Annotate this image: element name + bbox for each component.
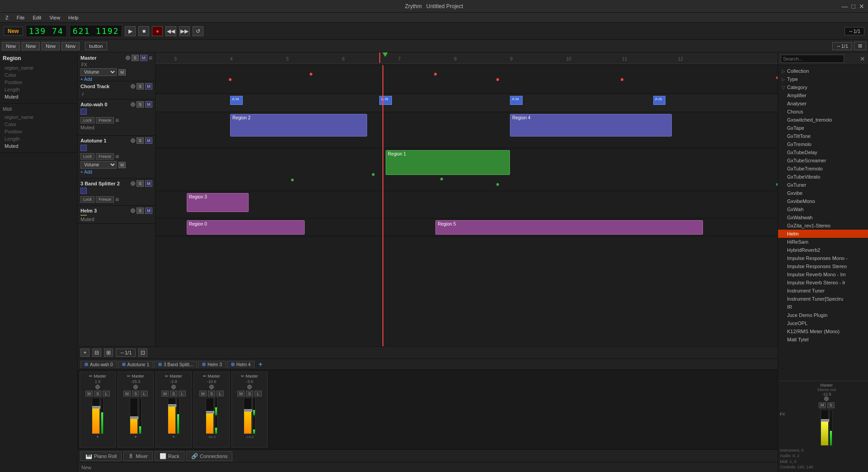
splitter-menu-icon[interactable]: ≡ (115, 196, 119, 203)
tree-item-juceopl[interactable]: JuceOPL (778, 319, 868, 327)
autotune-add-btn[interactable]: + Add (80, 170, 152, 175)
helm3-record-dot[interactable] (131, 208, 135, 213)
view-btn-3[interactable]: ⊡ (138, 349, 147, 357)
tree-item-k12rms[interactable]: K12/RMS Meter (Mono) (778, 327, 868, 335)
autowah-solo-btn[interactable]: S (137, 101, 144, 108)
ch1-fader-track[interactable] (92, 398, 100, 434)
new-btn-1[interactable]: New (2, 42, 20, 50)
master-fader-track[interactable] (821, 410, 829, 446)
ch5-s[interactable]: S (246, 391, 253, 396)
autowah-freeze-btn[interactable]: Freeze (96, 117, 114, 123)
stop-button[interactable]: ■ (138, 26, 149, 36)
autowah-mute-btn[interactable]: M (145, 101, 152, 108)
ch3-knob[interactable] (171, 385, 176, 389)
tree-item-hiresam[interactable]: HiReSam (778, 238, 868, 246)
autotune-freeze-btn[interactable]: Freeze (96, 153, 114, 160)
tree-item-instrument-tuner-s[interactable]: Instrument Tuner[Spectru (778, 295, 868, 303)
splitter-freeze-btn[interactable]: Freeze (96, 196, 114, 203)
snap-value[interactable]: ↔1/1 (832, 42, 852, 50)
plugin-search-input[interactable] (781, 55, 844, 63)
mixer-tab-helm4[interactable]: Helm 4 (227, 361, 255, 368)
ch2-m[interactable]: M (123, 391, 131, 396)
master-volume-select[interactable]: Volume (80, 68, 117, 76)
ch4-knob[interactable] (209, 385, 214, 389)
tree-item-gxtremolo[interactable]: GxTremolo (778, 140, 868, 148)
tree-item-gxswitched[interactable]: Gxswitched_tremolo (778, 116, 868, 124)
menu-file[interactable]: File (13, 14, 28, 21)
mixer-tab-autotune[interactable]: Autotune 1 (118, 361, 153, 368)
view-btn-2[interactable]: ⊞ (104, 349, 113, 357)
menu-view[interactable]: View (46, 14, 64, 21)
tree-item-impulse-stereo[interactable]: Impulse Responses Stereo (778, 262, 868, 270)
tree-item-gxtubedelay[interactable]: GxTubeDelay (778, 148, 868, 156)
autotune-lock-btn[interactable]: Lock (80, 153, 94, 160)
ch4-s[interactable]: S (208, 391, 215, 396)
chord-marker-1[interactable]: A m (230, 96, 243, 105)
tree-item-analyser[interactable]: Analyser (778, 99, 868, 108)
helm3-solo-btn[interactable]: S (137, 208, 144, 214)
ch1-s[interactable]: S (94, 391, 101, 396)
tree-item-gxtubetremolo[interactable]: GxTubeTremolo (778, 165, 868, 173)
play-button[interactable]: ▶ (125, 26, 136, 36)
ch3-s[interactable]: S (170, 391, 177, 396)
tree-item-impulse-reverb-stereo[interactable]: Impulse Reverb Stereo - Ir (778, 278, 868, 287)
splitter-solo-btn[interactable]: S (137, 180, 144, 187)
chord-marker-2[interactable]: A m (379, 96, 392, 105)
tree-item-impulse-reverb-mono[interactable]: Impulse Reverb Mono - Im (778, 270, 868, 278)
mixer-tab-splitter[interactable]: 3 Band Splitt... (154, 361, 197, 368)
master-m-btn2[interactable]: M (819, 402, 826, 408)
ch4-fader-track[interactable] (206, 398, 214, 434)
region-4[interactable]: Region 4 (510, 114, 672, 137)
master-s-btn2[interactable]: S (827, 402, 835, 408)
autotune-record-dot[interactable] (131, 138, 135, 143)
add-track-btn[interactable]: + (80, 349, 90, 357)
tree-item-impulse-mono[interactable]: Impulse Responses Mono - (778, 254, 868, 262)
tree-type[interactable]: ▷ Type (778, 75, 868, 83)
tree-item-matt-tytel[interactable]: Matt Tytel (778, 335, 868, 344)
ch3-l[interactable]: L (179, 391, 186, 396)
tree-item-gxtuner[interactable]: GxTuner (778, 181, 868, 189)
tree-item-ir[interactable]: IR (778, 303, 868, 311)
ch4-l[interactable]: L (217, 391, 224, 396)
ch5-fader-track[interactable] (244, 398, 252, 434)
ch5-m[interactable]: M (237, 391, 245, 396)
mixer-tab-autowah[interactable]: Auto-wah 0 (80, 361, 117, 368)
master-record-dot[interactable] (126, 56, 130, 60)
region-1[interactable]: Region 1 (386, 150, 510, 175)
helm3-mute-btn[interactable]: M (145, 208, 152, 214)
tree-item-gxwah[interactable]: GxWah (778, 205, 868, 213)
grid-view-btn[interactable]: ⊞ (854, 42, 866, 50)
tree-item-gxvibemono[interactable]: GxvibeMono (778, 197, 868, 205)
arrangement-canvas[interactable]: 3 4 5 6 7 8 9 10 11 12 (156, 52, 778, 346)
autotune-volume-select[interactable]: Volume (80, 161, 117, 169)
rewind-button[interactable]: ◀◀ (165, 26, 176, 36)
chord-record-dot[interactable] (131, 84, 135, 89)
ch2-fader-track[interactable] (130, 398, 138, 434)
ch4-m[interactable]: M (199, 391, 207, 396)
tree-collection[interactable]: ▷ Collection (778, 67, 868, 75)
splitter-mute-btn[interactable]: M (145, 180, 152, 187)
ch2-s[interactable]: S (132, 391, 139, 396)
tree-item-gxtape[interactable]: GxTape (778, 124, 868, 132)
tree-item-amplifier[interactable]: Amplifier (778, 91, 868, 99)
autowah-record-dot[interactable] (131, 102, 135, 107)
ch5-l[interactable]: L (255, 391, 262, 396)
minimize-button[interactable]: — (842, 3, 848, 10)
region-2[interactable]: Region 2 (230, 114, 367, 137)
autotune-menu-icon[interactable]: ≡ (115, 153, 119, 160)
snap-grid-value[interactable]: ↔1/1 (116, 349, 136, 357)
ch3-fader-track[interactable] (168, 398, 176, 434)
region-3[interactable]: Region 3 (187, 193, 249, 212)
chord-marker-4[interactable]: A m (653, 96, 666, 105)
tree-item-gxvibe[interactable]: Gxvibe (778, 189, 868, 197)
chord-solo-btn[interactable]: S (137, 83, 144, 90)
piano-roll-tab[interactable]: 🎹 Piano Roll (80, 451, 122, 461)
chord-marker-3[interactable]: A m (510, 96, 523, 105)
loop-button[interactable]: ↺ (193, 26, 203, 36)
region-5[interactable]: Region 5 (435, 220, 703, 235)
tree-item-gxtilttone[interactable]: GxTiltTone (778, 132, 868, 140)
master-m-btn[interactable]: M (118, 69, 126, 76)
master-solo-btn[interactable]: S (132, 55, 139, 61)
rack-tab[interactable]: ⬜ Rack (155, 451, 184, 461)
autotune-m-btn[interactable]: M (118, 162, 126, 168)
